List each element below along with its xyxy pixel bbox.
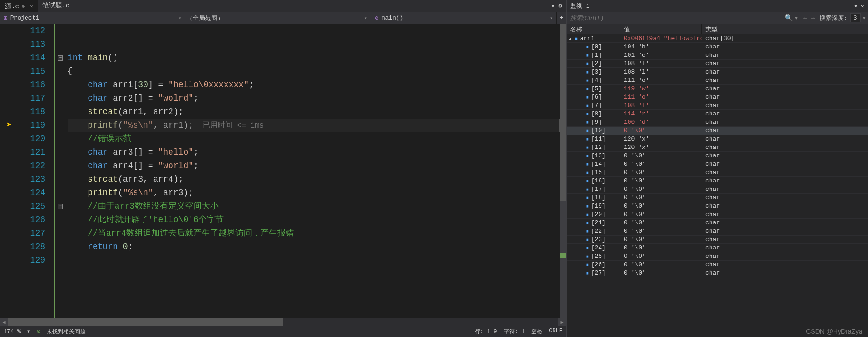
watch-row[interactable]: ◆[7]108 'l'char — [567, 101, 868, 110]
tab-0[interactable]: 源.c⊕✕ — [0, 0, 38, 13]
code-line[interactable] — [68, 24, 566, 38]
watch-row[interactable]: ◆[3]108 'l'char — [567, 68, 868, 76]
header-value[interactable]: 值 — [620, 24, 702, 34]
watch-rows[interactable]: ◢◆arr10x006ff9a4 "hellowolrd"⟳ ▾char[30]… — [567, 34, 868, 337]
header-type[interactable]: 类型 — [702, 24, 868, 34]
code-line[interactable]: char arr4[] = "world"; — [68, 159, 566, 173]
watch-row[interactable]: ◆[10]0 '\0'char — [567, 127, 868, 135]
var-value: 0 '\0' — [620, 194, 702, 201]
breakpoint-gutter[interactable]: ➤ — [0, 24, 23, 318]
line-number: 128 — [23, 240, 45, 254]
watch-row[interactable]: ◆[9]100 'd'char — [567, 118, 868, 127]
fold-toggle[interactable]: − — [58, 204, 63, 209]
status-column[interactable]: 字符: 1 — [504, 328, 525, 336]
status-lineending[interactable]: CRLF — [549, 328, 562, 336]
watch-row[interactable]: ◆[19]0 '\0'char — [567, 202, 868, 210]
search-icon[interactable]: 🔍 — [785, 14, 793, 22]
field-icon: ◆ — [584, 178, 591, 184]
var-name: [4] — [591, 77, 602, 84]
pin-icon[interactable]: ⊕ — [22, 3, 25, 9]
fold-gutter[interactable]: −− — [54, 24, 68, 318]
watch-row[interactable]: ◆[1]101 'e'char — [567, 51, 868, 60]
code-line[interactable]: strcat(arr1, arr2); — [68, 105, 566, 119]
watch-row[interactable]: ◆[4]111 'o'char — [567, 76, 868, 85]
code-line[interactable]: return 0; — [68, 240, 566, 254]
tab-dropdown-icon[interactable]: ▾ — [551, 2, 554, 10]
search-input[interactable] — [567, 14, 782, 21]
watch-row[interactable]: ◆[21]0 '\0'char — [567, 219, 868, 227]
watch-row[interactable]: ◆[13]0 '\0'char — [567, 152, 868, 160]
prev-result-icon[interactable]: ← — [801, 14, 809, 22]
watch-row[interactable]: ◆[18]0 '\0'char — [567, 194, 868, 202]
tab-1[interactable]: 笔试题.c — [38, 0, 75, 12]
watch-row[interactable]: ◆[12]120 'x'char — [567, 143, 868, 152]
code-line[interactable]: char arr1[30] = "hello\0xxxxxxx"; — [68, 78, 566, 92]
zoom-dropdown-icon[interactable]: ▾ — [27, 328, 30, 335]
var-name: [10] — [591, 127, 606, 134]
code-line[interactable]: //当arr4数组追加过去后就产生了越界访问，产生报错 — [68, 227, 566, 240]
code-line[interactable]: //错误示范 — [68, 132, 566, 146]
code-line[interactable]: int main() — [68, 51, 566, 65]
vertical-scrollbar[interactable] — [560, 24, 566, 318]
var-name: [13] — [591, 152, 606, 159]
breadcrumb-project[interactable]: ⊞ Project1 ▾ — [0, 12, 185, 24]
scrollbar-track[interactable] — [8, 318, 558, 326]
ok-icon: ⊘ — [37, 328, 40, 335]
fold-toggle[interactable]: − — [58, 55, 63, 61]
scrollbar-thumb[interactable] — [8, 318, 283, 326]
settings-icon[interactable]: ⚙ — [559, 2, 562, 10]
breadcrumb-function[interactable]: ⊘ main() ▾ — [371, 12, 556, 24]
status-indent[interactable]: 空格 — [531, 328, 542, 336]
code-line[interactable]: char arr2[] = "wolrd"; — [68, 92, 566, 105]
watch-row[interactable]: ◆[5]119 'w'char — [567, 85, 868, 93]
watch-row[interactable]: ◆[22]0 '\0'char — [567, 227, 868, 236]
code-line[interactable]: printf("%s\n", arr1);已用时间 <= 1ms — [68, 119, 566, 132]
code-line[interactable]: printf("%s\n", arr3); — [68, 186, 566, 200]
watch-row[interactable]: ◆[17]0 '\0'char — [567, 185, 868, 194]
code-editor[interactable]: ➤ 11211311411511611711811912012112212312… — [0, 24, 566, 318]
watch-row[interactable]: ◆[20]0 '\0'char — [567, 210, 868, 219]
search-dropdown-icon[interactable]: ▾ — [794, 14, 798, 22]
var-name: [23] — [591, 236, 606, 243]
watch-row-root[interactable]: ◢◆arr10x006ff9a4 "hellowolrd"⟳ ▾char[30] — [567, 34, 868, 43]
watch-row[interactable]: ◆[14]0 '\0'char — [567, 160, 868, 168]
watch-row[interactable]: ◆[6]111 'o'char — [567, 93, 868, 101]
depth-value[interactable]: 3 — [850, 13, 861, 22]
watch-row[interactable]: ◆[15]0 '\0'char — [567, 168, 868, 177]
scrollbar-thumb[interactable] — [560, 24, 566, 201]
issues-status[interactable]: 未找到相关问题 — [47, 328, 86, 336]
watch-row[interactable]: ◆[24]0 '\0'char — [567, 244, 868, 252]
tree-collapse-icon[interactable]: ◢ — [568, 36, 573, 41]
status-line[interactable]: 行: 119 — [475, 328, 497, 336]
code-line[interactable] — [68, 254, 566, 267]
close-icon[interactable]: ✕ — [861, 2, 864, 10]
breadcrumb-add-button[interactable]: + — [557, 14, 566, 21]
close-icon[interactable]: ✕ — [29, 3, 33, 10]
watch-row[interactable]: ◆[23]0 '\0'char — [567, 236, 868, 244]
code-line[interactable]: char arr3[] = "hello"; — [68, 146, 566, 159]
watch-row[interactable]: ◆[0]104 'h'char — [567, 43, 868, 51]
scroll-left-icon[interactable]: ◀ — [0, 319, 8, 325]
watch-row[interactable]: ◆[11]120 'x'char — [567, 135, 868, 143]
header-name[interactable]: 名称 — [567, 24, 620, 34]
code-line[interactable]: //此时就开辟了'hello\0'6个字节 — [68, 213, 566, 227]
code-line[interactable]: { — [68, 65, 566, 78]
zoom-level[interactable]: 174 % — [4, 329, 21, 335]
horizontal-scrollbar[interactable]: ◀ ▶ — [0, 318, 566, 326]
watch-row[interactable]: ◆[27]0 '\0'char — [567, 269, 868, 277]
watch-row[interactable]: ◆[2]108 'l'char — [567, 60, 868, 68]
code-line[interactable]: //由于arr3数组没有定义空间大小 — [68, 200, 566, 213]
watch-row[interactable]: ◆[26]0 '\0'char — [567, 261, 868, 269]
code-line[interactable] — [68, 38, 566, 51]
breadcrumb-scope[interactable]: (全局范围) ▾ — [185, 12, 370, 24]
depth-dropdown-icon[interactable]: ▾ — [861, 14, 868, 22]
dropdown-icon[interactable]: ▾ — [854, 2, 858, 10]
code-content[interactable]: int main(){ char arr1[30] = "hello\0xxxx… — [68, 24, 566, 318]
scroll-right-icon[interactable]: ▶ — [558, 319, 566, 325]
watch-row[interactable]: ◆[25]0 '\0'char — [567, 252, 868, 261]
next-result-icon[interactable]: → — [809, 14, 817, 22]
field-icon: ◆ — [584, 94, 591, 101]
watch-row[interactable]: ◆[16]0 '\0'char — [567, 177, 868, 185]
code-line[interactable]: strcat(arr3, arr4); — [68, 173, 566, 186]
watch-row[interactable]: ◆[8]114 'r'char — [567, 110, 868, 118]
